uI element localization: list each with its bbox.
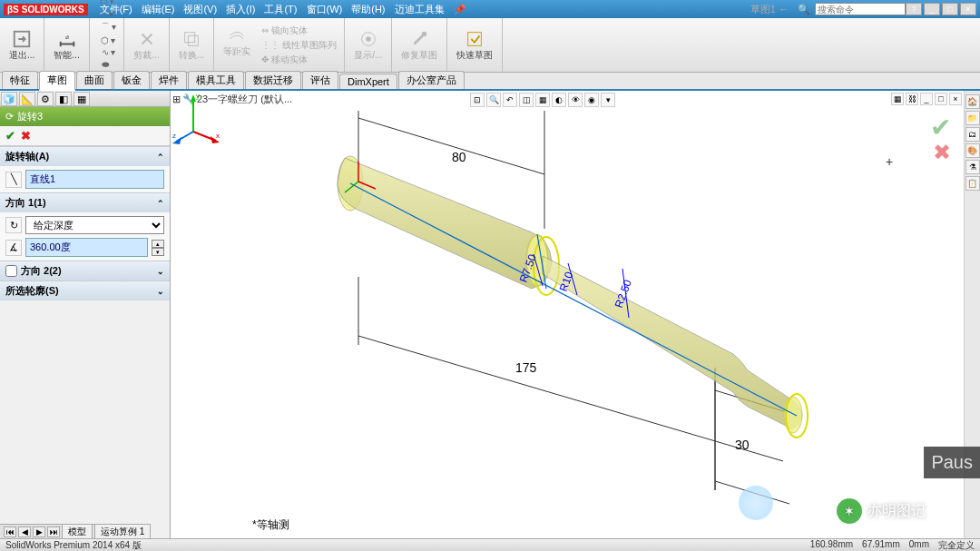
tab-features[interactable]: 特征: [2, 71, 38, 89]
feature-tree-tab-icon[interactable]: 🧊: [1, 92, 17, 106]
arc-tool[interactable]: ⌒ ▾: [99, 20, 119, 34]
convert-button[interactable]: 转换...: [175, 27, 208, 64]
status-y: 67.91mm: [862, 539, 900, 552]
svg-rect-7: [468, 32, 482, 45]
tab-sheetmetal[interactable]: 钣金: [113, 71, 150, 89]
slot-tool[interactable]: ⬭ ▾: [98, 0, 116, 8]
ellipse-tool[interactable]: ⬬: [100, 58, 118, 71]
tab-last-icon[interactable]: ⏭: [47, 526, 60, 537]
display-tab-icon[interactable]: ◧: [55, 92, 72, 106]
model-drawing: 80 175 30 R7.50 R10 R2.50: [171, 91, 960, 536]
other-tab-icon[interactable]: ▦: [74, 92, 90, 106]
section-contours-header[interactable]: 所选轮廓(S)⌄: [0, 281, 170, 300]
axis-selection-box[interactable]: 直线1: [25, 170, 164, 189]
expand-icon: ⌄: [157, 287, 164, 296]
motion-tabs: ⏮ ◀ ▶ ⏭ 模型 运动算例 1: [0, 524, 151, 538]
reference-triad[interactable]: y x z: [171, 91, 225, 145]
move-button[interactable]: ✥ 移动实体: [260, 53, 338, 67]
tab-datamigration[interactable]: 数据迁移: [245, 71, 301, 89]
tab-weldment[interactable]: 焊件: [151, 71, 187, 89]
polygon-tool[interactable]: ⬡ ▾: [99, 34, 119, 46]
spin-up[interactable]: ▴: [152, 240, 164, 248]
dir2-checkbox[interactable]: [5, 265, 17, 277]
angle-input[interactable]: 360.00度: [25, 238, 148, 257]
design-library-icon[interactable]: 📁: [965, 111, 980, 125]
maximize-button[interactable]: □: [942, 3, 958, 15]
menu-tools[interactable]: 工具(T): [260, 1, 301, 18]
linear-pattern-button[interactable]: ⋮⋮ 线性草图阵列: [260, 38, 338, 53]
app-name: SOLIDWORKS: [22, 5, 84, 15]
tab-model[interactable]: 模型: [62, 524, 93, 540]
doc-title: 草图1 ←: [746, 1, 793, 18]
sw-icon: βS: [7, 5, 19, 15]
tab-evaluate[interactable]: 评估: [302, 71, 338, 89]
svg-text:30: 30: [735, 438, 750, 452]
smart-dimension-button[interactable]: ⌀ 智能...: [50, 27, 83, 64]
tab-moldtools[interactable]: 模具工具: [188, 71, 244, 89]
tab-sketch[interactable]: 草图: [39, 71, 75, 91]
quick-sketch-button[interactable]: 快速草图: [453, 27, 496, 64]
close-button[interactable]: ×: [960, 3, 976, 15]
file-explorer-icon[interactable]: 🗂: [965, 127, 980, 142]
view-cube[interactable]: [739, 486, 773, 520]
graphics-viewport[interactable]: ⊞ 🔧 23一字螺丝刀 (默认... ⊡ 🔍 ↶ ◫ ▦ ◐ 👁 ◉ ▾ ▦ ⛓…: [171, 91, 964, 538]
help-button[interactable]: ?: [906, 3, 922, 15]
pm-title-bar: ⟳ 旋转3: [0, 107, 170, 126]
status-state: 完全定义: [938, 539, 975, 552]
menu-edit[interactable]: 编辑(E): [137, 1, 180, 18]
tab-surface[interactable]: 曲面: [76, 71, 113, 89]
mirror-button[interactable]: ⇔ 镜向实体: [260, 24, 338, 38]
custom-props-icon[interactable]: 📋: [965, 176, 980, 191]
search-icon: 🔍: [793, 2, 815, 17]
repair-button[interactable]: 修复草图: [397, 27, 441, 64]
tab-prev-icon[interactable]: ◀: [18, 526, 31, 537]
tab-next-icon[interactable]: ▶: [33, 526, 45, 537]
svg-point-5: [366, 36, 371, 42]
collapse-icon: ⌃: [157, 199, 164, 208]
axis-select-icon: ╲: [5, 172, 22, 188]
resources-icon[interactable]: 🏠: [965, 94, 980, 109]
spline-tool[interactable]: ∿ ▾: [100, 46, 118, 58]
minimize-button[interactable]: _: [924, 3, 940, 15]
section-axis-header[interactable]: 旋转轴(A)⌃: [0, 147, 170, 166]
dir1-type-dropdown[interactable]: 给定深度: [25, 216, 164, 234]
svg-text:x: x: [216, 132, 220, 140]
svg-text:⌀: ⌀: [65, 33, 69, 41]
section-dir2-header[interactable]: 方向 2(2)⌄: [0, 261, 170, 280]
view-palette-icon[interactable]: 🎨: [965, 143, 980, 158]
wechat-icon: ✶: [837, 498, 862, 524]
tab-office[interactable]: 办公室产品: [398, 71, 465, 89]
menu-pin-icon[interactable]: 📌: [449, 2, 471, 17]
property-tab-icon[interactable]: 📐: [19, 92, 35, 106]
menu-window[interactable]: 窗口(W): [302, 1, 348, 18]
menu-insert[interactable]: 插入(I): [221, 1, 260, 18]
menu-maidi[interactable]: 迈迪工具集: [390, 1, 449, 18]
spin-down[interactable]: ▾: [152, 248, 164, 256]
tab-first-icon[interactable]: ⏮: [4, 526, 16, 537]
config-tab-icon[interactable]: ⚙: [37, 92, 54, 106]
ribbon: 退出... ⌀ 智能... ╲ ▾ □ ▾ ⬭ ▾ ○ ▾ ⌒ ▾ ⬡ ▾ ∿ …: [0, 18, 980, 73]
section-dir1-header[interactable]: 方向 1(1)⌃: [0, 193, 170, 212]
reverse-dir-icon[interactable]: ↻: [5, 217, 22, 233]
search-input[interactable]: [815, 3, 906, 15]
status-z: 0mm: [909, 539, 929, 552]
menu-view[interactable]: 视图(V): [179, 1, 221, 18]
tab-motion1[interactable]: 运动算例 1: [94, 524, 151, 540]
trim-button[interactable]: 剪裁...: [130, 27, 162, 64]
pm-cancel-button[interactable]: ✖: [21, 129, 31, 143]
display-button[interactable]: 显示/...: [350, 27, 386, 64]
expand-icon: ⌄: [157, 267, 164, 276]
svg-line-10: [358, 118, 544, 174]
exit-sketch-button[interactable]: 退出...: [5, 27, 38, 64]
circle-tool[interactable]: ○ ▾: [99, 8, 119, 20]
offset-button[interactable]: 等距实: [220, 24, 254, 67]
svg-text:80: 80: [452, 150, 466, 164]
menu-help[interactable]: 帮助(H): [347, 1, 389, 18]
appearances-icon[interactable]: ⚗: [965, 160, 980, 174]
status-bar: SolidWorks Premium 2014 x64 版 160.98mm 6…: [0, 538, 980, 551]
collapse-icon: ⌃: [157, 153, 164, 162]
pm-ok-button[interactable]: ✔: [5, 129, 15, 143]
svg-line-22: [350, 183, 797, 416]
tab-dimxpert[interactable]: DimXpert: [339, 74, 397, 89]
revolve-icon: ⟳: [5, 111, 14, 123]
